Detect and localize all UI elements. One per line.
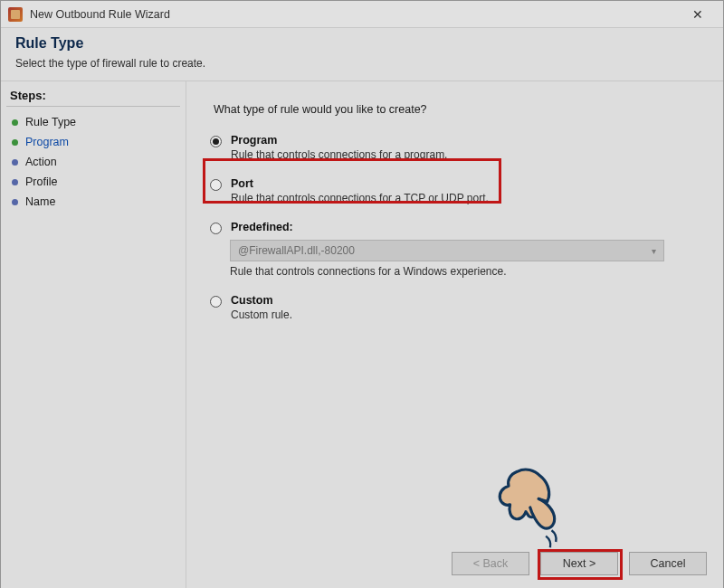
- steps-list: Rule Type Program Action Profile Name: [6, 112, 180, 212]
- question-text: What type of rule would you like to crea…: [214, 103, 703, 116]
- radio-custom[interactable]: [210, 296, 222, 308]
- steps-sidebar: Steps: Rule Type Program Action Profile: [1, 81, 186, 588]
- option-desc: Custom rule.: [231, 308, 292, 321]
- chevron-down-icon: ▾: [652, 246, 656, 256]
- option-label: Program: [231, 134, 447, 147]
- page-title: Rule Type: [15, 35, 709, 52]
- dropdown-value: @FirewallAPI.dll,-80200: [238, 244, 355, 257]
- main-panel: What type of rule would you like to crea…: [186, 81, 723, 588]
- step-profile[interactable]: Profile: [6, 172, 180, 192]
- step-bullet-icon: [12, 199, 18, 205]
- option-label: Port: [231, 177, 489, 190]
- option-custom[interactable]: Custom Custom rule.: [210, 294, 703, 321]
- cancel-button[interactable]: Cancel: [629, 552, 707, 575]
- step-bullet-icon: [12, 179, 18, 185]
- radio-predefined[interactable]: [210, 223, 222, 234]
- window-title: New Outbound Rule Wizard: [30, 8, 680, 21]
- option-label: Custom: [231, 294, 292, 307]
- step-program[interactable]: Program: [6, 132, 180, 152]
- predefined-dropdown: @FirewallAPI.dll,-80200 ▾: [230, 240, 664, 261]
- step-bullet-icon: [12, 139, 18, 146]
- rule-type-options: Program Rule that controls connections f…: [206, 134, 703, 321]
- firewall-icon: [8, 7, 23, 22]
- body: Steps: Rule Type Program Action Profile: [1, 81, 723, 588]
- page-subtitle: Select the type of firewall rule to crea…: [15, 57, 709, 70]
- next-button[interactable]: Next >: [540, 552, 618, 575]
- step-rule-type[interactable]: Rule Type: [6, 112, 180, 132]
- radio-port[interactable]: [210, 179, 222, 191]
- option-desc: Rule that controls connections for a TCP…: [231, 192, 489, 204]
- header: Rule Type Select the type of firewall ru…: [1, 28, 723, 81]
- step-bullet-icon: [12, 159, 18, 166]
- step-bullet-icon: [12, 119, 18, 126]
- step-label: Profile: [25, 175, 57, 188]
- close-button[interactable]: ✕: [680, 2, 716, 27]
- step-action[interactable]: Action: [6, 152, 180, 172]
- option-desc: Rule that controls connections for a Win…: [230, 265, 703, 278]
- steps-heading: Steps:: [6, 89, 180, 107]
- step-label: Rule Type: [25, 116, 76, 128]
- option-label: Predefined:: [231, 221, 293, 233]
- wizard-window: New Outbound Rule Wizard ✕ Rule Type Sel…: [0, 0, 724, 588]
- step-label: Action: [25, 156, 57, 168]
- step-name[interactable]: Name: [6, 192, 180, 212]
- titlebar: New Outbound Rule Wizard ✕: [1, 1, 723, 28]
- option-desc: Rule that controls connections for a pro…: [231, 148, 447, 161]
- option-predefined[interactable]: Predefined: @FirewallAPI.dll,-80200 ▾ Ru…: [210, 221, 703, 278]
- radio-program[interactable]: [210, 136, 222, 147]
- option-program[interactable]: Program Rule that controls connections f…: [210, 134, 703, 161]
- wizard-buttons: < Back Next > Cancel: [452, 552, 707, 575]
- option-port[interactable]: Port Rule that controls connections for …: [210, 177, 703, 204]
- step-label: Program: [25, 136, 69, 148]
- step-label: Name: [25, 195, 55, 208]
- back-button: < Back: [452, 552, 529, 575]
- close-icon: ✕: [692, 7, 703, 22]
